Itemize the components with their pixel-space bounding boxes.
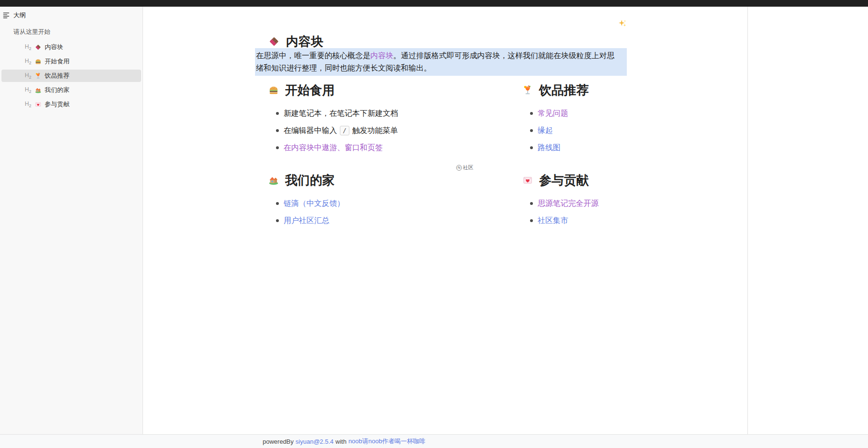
heading-get-started[interactable]: 开始食用 (268, 81, 473, 100)
outline-item-contribute[interactable]: H2 参与贡献 (1, 98, 141, 111)
bullet-list: 链滴（中文反馈） 用户社区汇总 (268, 190, 473, 229)
faq-link[interactable]: 常见问题 (538, 109, 568, 119)
bullet-list: 常见问题 缘起 路线图 (522, 100, 665, 156)
powered-by-text: poweredBy (263, 438, 294, 445)
bullet-dot (276, 219, 279, 222)
house-icon (268, 175, 279, 185)
bullet-dot (276, 129, 279, 132)
love-letter-icon (35, 101, 41, 108)
roam-blocks-link[interactable]: 在内容块中遨游、窗口和页签 (284, 143, 383, 153)
burger-icon (35, 58, 41, 65)
burger-icon (268, 85, 279, 95)
list-item[interactable]: 常见问题 (522, 105, 665, 122)
bullet-dot (530, 112, 533, 115)
column-left: 开始食用 新建笔记本，在笔记本下新建文档 在编辑器中输入 / 触发功能菜单 在内… (268, 81, 473, 229)
heading-text: 参与贡献 (539, 172, 589, 189)
tropical-drink-icon (35, 72, 41, 79)
sparkles-icon[interactable] (618, 19, 627, 28)
circled-n-icon: N (456, 165, 462, 171)
origin-link[interactable]: 缘起 (538, 126, 553, 136)
chocolate-icon (268, 36, 280, 47)
bullet-dot (276, 146, 279, 149)
intro-text-before: 在思源中，唯一重要的核心概念是 (256, 51, 370, 60)
heading-level-tag: H2 (25, 101, 31, 108)
outline-item-label: 饮品推荐 (45, 71, 70, 80)
outline-panel-header: 大纲 (0, 7, 143, 24)
heading-text: 我们的家 (285, 172, 335, 189)
list-item[interactable]: 路线图 (522, 139, 665, 156)
bullet-dot (530, 219, 533, 222)
bullet-dot (530, 202, 533, 205)
intro-paragraph-selected[interactable]: 在思源中，唯一重要的核心概念是内容块。通过排版格式即可形成内容块，这样我们就能在… (255, 48, 627, 76)
chocolate-icon (35, 44, 41, 51)
list-item-text: 在编辑器中输入 (284, 126, 337, 136)
outline-item-our-home[interactable]: H2 我们的家 (1, 84, 141, 96)
list-item-text: 新建笔记本，在笔记本下新建文档 (284, 109, 398, 119)
editor-area[interactable]: 内容块 在思源中，唯一重要的核心概念是内容块。通过排版格式即可形成内容块，这样我… (143, 7, 748, 434)
donate-link[interactable]: noob请noob作者喝一杯咖啡 (348, 437, 426, 446)
heading-level-tag: H2 (25, 58, 31, 65)
list-item[interactable]: 用户社区汇总 (268, 212, 473, 229)
list-item[interactable]: 缘起 (522, 122, 665, 139)
heading-text: 内容块 (286, 33, 323, 50)
tropical-drink-icon (522, 85, 533, 95)
list-item[interactable]: 在编辑器中输入 / 触发功能菜单 (268, 122, 473, 139)
heading-level-tag: H2 (25, 86, 31, 94)
heading-text: 饮品推荐 (539, 82, 589, 99)
list-item-text: 触发功能菜单 (352, 126, 398, 136)
list-item[interactable]: 思源笔记完全开源 (522, 195, 665, 212)
outline-item-content-block[interactable]: H2 内容块 (1, 41, 141, 53)
list-item[interactable]: 在内容块中遨游、窗口和页签 (268, 139, 473, 156)
status-bar: poweredBy siyuan@2.5.4 with noob请noob作者喝… (0, 434, 868, 448)
user-community-link[interactable]: 用户社区汇总 (284, 216, 329, 226)
outline-item-drinks[interactable]: H2 饮品推荐 (1, 70, 141, 82)
open-source-link[interactable]: 思源笔记完全开源 (538, 199, 599, 209)
outline-item-label: 参与贡献 (45, 100, 70, 109)
outline-list: H2 内容块 H2 开始食用 H2 饮品推荐 H2 我们的家 H2 参与贡献 (0, 40, 143, 111)
outline-panel: 大纲 请从这里开始 H2 内容块 H2 开始食用 H2 饮品推荐 H2 我们的家… (0, 7, 143, 434)
heading-level-tag: H2 (25, 72, 31, 80)
outline-doc-title[interactable]: 请从这里开始 (0, 24, 143, 40)
heading-drinks[interactable]: 饮品推荐 (522, 81, 665, 100)
outline-item-label: 开始食用 (45, 57, 70, 66)
love-letter-icon (522, 175, 533, 185)
bullet-dot (276, 202, 279, 205)
heading-level-tag: H2 (25, 43, 31, 51)
outline-icon (2, 11, 10, 19)
outline-item-label: 内容块 (45, 43, 63, 51)
siyuan-version-link[interactable]: siyuan@2.5.4 (296, 438, 334, 445)
community-block-ref[interactable]: N 社区 (456, 164, 473, 171)
roadmap-link[interactable]: 路线图 (538, 143, 561, 153)
window-titlebar (0, 0, 868, 7)
content-block-link[interactable]: 内容块 (370, 51, 393, 60)
outline-panel-title: 大纲 (13, 11, 26, 20)
heading-contribute[interactable]: 参与贡献 (522, 171, 665, 190)
outline-item-label: 我们的家 (45, 86, 70, 94)
community-marketplace-link[interactable]: 社区集市 (538, 216, 568, 226)
community-tag-label: 社区 (463, 164, 473, 171)
liandi-link[interactable]: 链滴（中文反馈） (284, 199, 345, 209)
heading-text: 开始食用 (285, 82, 335, 99)
list-item[interactable]: 社区集市 (522, 212, 665, 229)
outline-item-get-started[interactable]: H2 开始食用 (1, 55, 141, 68)
bullet-dot (530, 146, 533, 149)
list-item[interactable]: 链滴（中文反馈） (268, 195, 473, 212)
slash-kbd: / (340, 126, 349, 135)
with-text: with (336, 438, 347, 445)
list-item[interactable]: 新建笔记本，在笔记本下新建文档 (268, 105, 473, 122)
bullet-list: 思源笔记完全开源 社区集市 (522, 190, 665, 229)
right-empty-panel (748, 7, 868, 434)
bullet-dot (276, 112, 279, 115)
bullet-list: 新建笔记本，在笔记本下新建文档 在编辑器中输入 / 触发功能菜单 在内容块中遨游… (268, 100, 473, 156)
house-icon (35, 87, 41, 93)
heading-our-home[interactable]: 我们的家 (268, 171, 473, 190)
column-right: 饮品推荐 常见问题 缘起 路线图 参与贡献 思源笔记完全开源 (522, 81, 665, 229)
bullet-dot (530, 129, 533, 132)
